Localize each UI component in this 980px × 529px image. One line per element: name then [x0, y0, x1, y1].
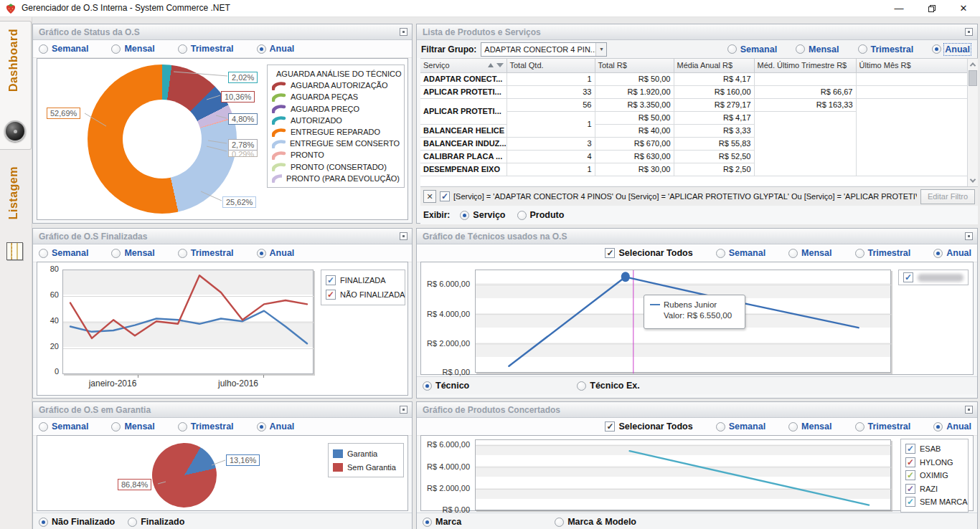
radio-icon[interactable]	[178, 422, 187, 432]
table-cell[interactable]: R$ 630,00	[595, 150, 674, 163]
table-cell[interactable]: R$ 160,00	[674, 85, 754, 98]
radio-option-t-cnico-ex-[interactable]: Técnico Ex.	[577, 381, 639, 391]
radio-icon[interactable]	[788, 249, 798, 258]
radio-icon[interactable]	[423, 518, 432, 527]
table-cell[interactable]: BALANCEAR HELICE	[420, 124, 507, 137]
radio-icon[interactable]	[423, 381, 432, 391]
column-header-0[interactable]: Serviço	[420, 59, 507, 72]
column-header-5[interactable]: Último Mês R$	[856, 59, 967, 72]
table-cell[interactable]: R$ 52,50	[674, 150, 754, 163]
radio-icon[interactable]	[111, 44, 121, 54]
radio-option-semanal[interactable]: Semanal	[716, 248, 765, 258]
table-cell[interactable]: 1	[507, 111, 595, 137]
table-cell[interactable]: 1	[507, 72, 595, 85]
legend-checkbox-icon[interactable]: ✓	[905, 484, 915, 494]
radio-option-trimestral[interactable]: Trimestral	[855, 421, 911, 432]
radio-icon[interactable]	[257, 44, 266, 54]
radio-option-anual[interactable]: Anual	[257, 248, 295, 258]
table-cell[interactable]	[856, 72, 967, 85]
radio-option-t-cnico[interactable]: Técnico	[423, 381, 469, 391]
table-cell[interactable]: R$ 4,17	[674, 72, 754, 85]
radio-icon[interactable]	[555, 518, 564, 527]
radio-option-anual[interactable]: Anual	[932, 44, 970, 54]
table-row[interactable]: ADAPTAR CONECT...1R$ 50,00R$ 4,17	[420, 72, 967, 85]
finalizadas-plot[interactable]	[62, 270, 314, 374]
restore-button[interactable]	[918, 0, 946, 16]
column-header-4[interactable]: Méd. Último Trimestre R$	[754, 59, 856, 72]
checkbox-icon[interactable]: ✓	[605, 248, 615, 258]
radio-option-semanal[interactable]: Semanal	[39, 248, 88, 258]
radio-option-marca[interactable]: Marca	[423, 517, 461, 527]
radio-option-marca-modelo[interactable]: Marca & Modelo	[555, 517, 636, 527]
table-cell[interactable]: CALIBRAR PLACA ...	[420, 150, 507, 163]
radio-icon[interactable]	[128, 518, 137, 527]
table-cell[interactable]: BALANCEAR INDUZ...	[420, 137, 507, 150]
table-cell[interactable]: 33	[507, 85, 595, 98]
sidebar-tab-dashboard[interactable]: Dashboard	[0, 21, 32, 150]
radio-icon[interactable]	[855, 249, 864, 258]
radio-icon[interactable]	[257, 422, 266, 432]
radio-option-semanal[interactable]: Semanal	[39, 44, 88, 54]
table-cell[interactable]: R$ 279,17	[674, 98, 754, 111]
legend-checkbox-icon[interactable]: ✓	[903, 272, 913, 282]
legend-checkbox-icon[interactable]: ✓	[326, 290, 336, 300]
radio-icon[interactable]	[716, 422, 725, 432]
editar-filtro-button[interactable]: Editar Filtro	[920, 189, 975, 204]
sort-ascending-icon[interactable]	[488, 63, 494, 67]
legend-checkbox-icon[interactable]: ✓	[905, 470, 915, 480]
radio-option-trimestral[interactable]: Trimestral	[178, 248, 234, 258]
table-row[interactable]: APLICAR PROTETI...33R$ 1.920,00R$ 160,00…	[420, 85, 967, 98]
radio-option-finalizado[interactable]: Finalizado	[128, 517, 184, 527]
radio-option-mensal[interactable]: Mensal	[111, 421, 154, 432]
table-cell[interactable]: APLICAR PROTETI...	[420, 85, 507, 98]
table-cell[interactable]: DESEMPENAR EIXO	[420, 163, 507, 176]
radio-icon[interactable]	[716, 249, 725, 258]
collapse-panel-icon[interactable]	[400, 406, 407, 414]
radio-option-mensal[interactable]: Mensal	[111, 248, 154, 258]
radio-option-mensal[interactable]: Mensal	[111, 44, 154, 54]
scroll-up-icon[interactable]	[968, 59, 978, 70]
radio-icon[interactable]	[858, 44, 867, 54]
close-button[interactable]: ✕	[950, 0, 977, 16]
table-cell[interactable]: 1	[507, 163, 595, 176]
table-cell[interactable]: R$ 3,33	[674, 124, 754, 137]
garantia-pie-chart[interactable]	[152, 443, 217, 507]
radio-icon[interactable]	[577, 381, 586, 391]
radio-icon[interactable]	[932, 44, 941, 54]
legend-checkbox-icon[interactable]: ✓	[905, 497, 915, 507]
column-header-2[interactable]: Total R$	[595, 59, 674, 72]
table-cell[interactable]: APLICAR PROTETI...	[420, 98, 507, 124]
radio-icon[interactable]	[933, 422, 943, 432]
table-cell[interactable]	[754, 111, 856, 176]
radio-icon[interactable]	[788, 422, 798, 432]
radio-option-anual[interactable]: Anual	[257, 421, 295, 432]
collapse-panel-icon[interactable]	[400, 28, 407, 36]
table-cell[interactable]: R$ 2,50	[674, 163, 754, 176]
table-cell[interactable]: R$ 163,33	[754, 98, 856, 111]
collapse-panel-icon[interactable]	[965, 28, 973, 36]
collapse-panel-icon[interactable]	[965, 406, 973, 414]
radio-icon[interactable]	[39, 44, 48, 54]
radio-icon[interactable]	[727, 44, 737, 54]
column-filter-icon[interactable]	[496, 63, 504, 67]
table-cell[interactable]: R$ 50,00	[595, 72, 674, 85]
table-cell[interactable]: R$ 30,00	[595, 163, 674, 176]
selecionar-todos-checkbox[interactable]: ✓ Selecionar Todos	[605, 421, 692, 432]
radio-option-anual[interactable]: Anual	[933, 421, 971, 432]
radio-icon[interactable]	[178, 44, 187, 54]
filtrar-grupo-dropdown[interactable]: ADAPTAR CONECTOR 4 PIN... ▼	[481, 42, 607, 57]
radio-icon[interactable]	[257, 249, 266, 258]
radio-icon[interactable]	[460, 211, 469, 220]
table-cell[interactable]	[856, 98, 967, 176]
radio-option-servi-o[interactable]: Serviço	[460, 210, 505, 220]
radio-option-mensal[interactable]: Mensal	[788, 421, 831, 432]
table-cell[interactable]: R$ 1.920,00	[595, 85, 674, 98]
table-cell[interactable]: 56	[507, 98, 595, 111]
radio-option-trimestral[interactable]: Trimestral	[855, 248, 911, 258]
legend-checkbox-icon[interactable]: ✓	[905, 444, 915, 454]
radio-icon[interactable]	[39, 422, 48, 432]
filter-enabled-checkbox[interactable]: ✓	[440, 191, 450, 201]
sidebar-tab-listagem[interactable]: Listagem	[0, 151, 32, 272]
concertados-plot[interactable]	[475, 439, 891, 510]
radio-option-anual[interactable]: Anual	[933, 248, 971, 258]
